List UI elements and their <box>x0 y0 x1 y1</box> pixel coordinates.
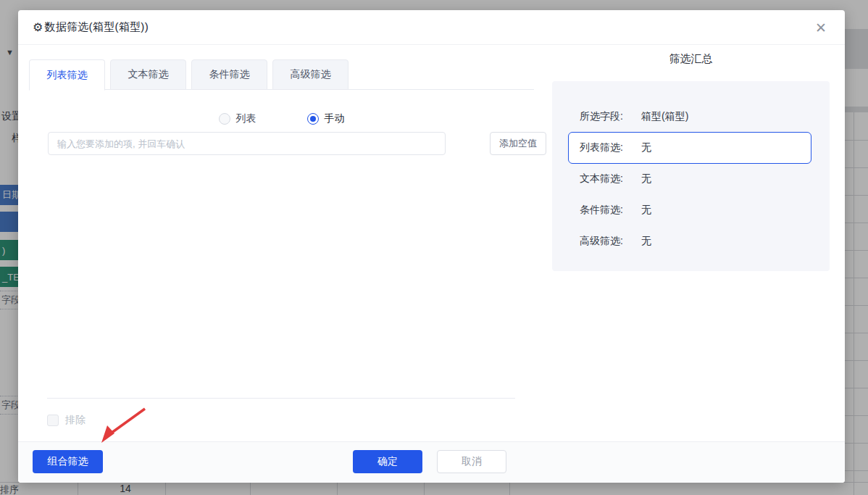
filter-tabs: 列表筛选 文本筛选 条件筛选 高级筛选 <box>29 59 534 90</box>
screen: ▼ 设置 样式 日期 ) _TEXT 字段 字段 排序 14 <box>0 0 868 495</box>
summary-row-selected-field: 所选字段: 箱型(箱型) <box>552 101 830 132</box>
summary-title: 筛选汇总 <box>552 52 830 66</box>
data-filter-dialog: ⚙ 数据筛选(箱型(箱型)) ✕ 列表筛选 文本筛选 条件筛选 高级筛选 列表 … <box>18 10 845 483</box>
dialog-title: 数据筛选(箱型(箱型)) <box>44 20 149 34</box>
summary-value: 无 <box>641 235 651 248</box>
tab-condition-filter[interactable]: 条件筛选 <box>191 59 267 90</box>
combo-filter-button[interactable]: 组合筛选 <box>33 450 103 473</box>
tab-text-filter[interactable]: 文本筛选 <box>110 59 186 90</box>
close-icon[interactable]: ✕ <box>813 20 829 36</box>
radio-list[interactable]: 列表 <box>219 112 256 125</box>
add-empty-value-button[interactable]: 添加空值 <box>490 132 546 155</box>
mode-radio-group: 列表 手动 <box>29 107 534 130</box>
ok-button[interactable]: 确定 <box>353 450 422 473</box>
cancel-button[interactable]: 取消 <box>437 450 506 473</box>
radio-list-circle[interactable] <box>219 113 230 125</box>
summary-row-condition-filter[interactable]: 条件筛选: 无 <box>552 194 830 225</box>
summary-label: 文本筛选: <box>580 172 623 186</box>
radio-manual-circle[interactable] <box>307 113 319 125</box>
radio-manual-label: 手动 <box>325 112 345 125</box>
summary-row-text-filter[interactable]: 文本筛选: 无 <box>552 163 830 194</box>
dialog-footer: 组合筛选 确定 取消 <box>18 441 845 483</box>
summary-value: 无 <box>641 204 651 217</box>
exclude-checkbox[interactable] <box>47 415 59 426</box>
gear-icon: ⚙ <box>33 20 43 34</box>
summary-label: 所选字段: <box>580 110 623 123</box>
summary-value: 无 <box>641 172 651 186</box>
summary-row-list-filter[interactable]: 列表筛选: 无 <box>552 132 830 163</box>
summary-label: 列表筛选: <box>580 141 623 154</box>
tab-advanced-filter[interactable]: 高级筛选 <box>272 59 349 90</box>
summary-label: 条件筛选: <box>580 204 623 217</box>
summary-value: 箱型(箱型) <box>641 110 688 123</box>
dialog-header: ⚙ 数据筛选(箱型(箱型)) ✕ <box>18 10 845 45</box>
summary-row-advanced-filter[interactable]: 高级筛选: 无 <box>552 225 830 257</box>
radio-list-label: 列表 <box>236 112 256 125</box>
summary-label: 高级筛选: <box>580 235 623 248</box>
list-area-divider <box>47 398 515 399</box>
filter-summary-panel: 所选字段: 箱型(箱型) 列表筛选: 无 文本筛选: 无 条件筛选: 无 高级筛… <box>552 81 830 271</box>
add-item-input[interactable] <box>48 132 446 155</box>
add-item-row: 添加空值 <box>48 132 526 155</box>
exclude-row: 排除 <box>47 414 85 427</box>
exclude-label: 排除 <box>65 414 85 427</box>
radio-manual[interactable]: 手动 <box>307 112 345 125</box>
summary-value: 无 <box>641 141 651 154</box>
tab-list-filter[interactable]: 列表筛选 <box>29 59 105 91</box>
